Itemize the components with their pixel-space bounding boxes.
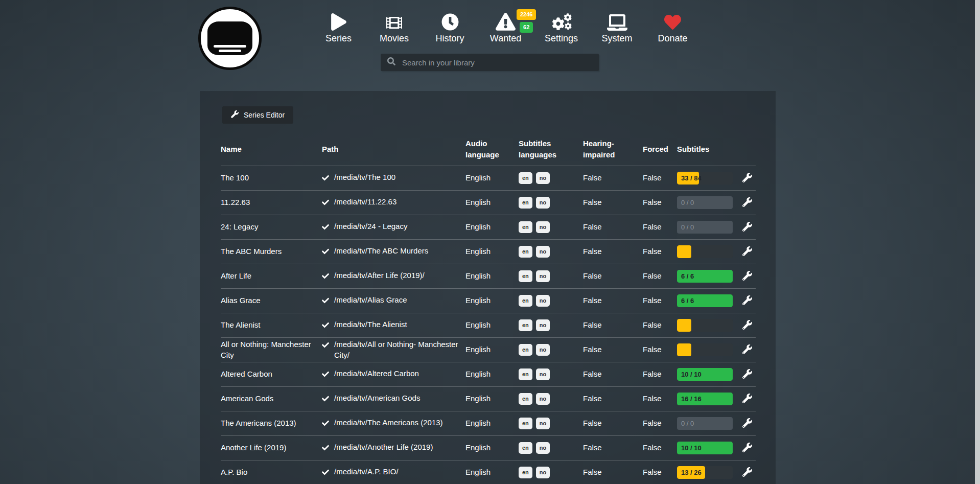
path-text: /media/tv/All or Nothing- Manchester Cit…	[334, 339, 461, 360]
edit-series-button[interactable]	[741, 368, 753, 381]
path-exists-check-icon	[322, 272, 329, 282]
series-path: /media/tv/Alias Grace	[322, 295, 461, 307]
edit-series-button[interactable]	[741, 343, 753, 357]
language-badge-en: en	[519, 418, 532, 429]
series-row: All or Nothing: Manchester City/media/tv…	[221, 337, 756, 362]
nav-label-series: Series	[325, 33, 352, 44]
audio-language: English	[465, 344, 515, 355]
nav-item-series[interactable]: Series	[311, 8, 366, 44]
table-header-row: NamePathAudio languageSubtitles language…	[221, 133, 756, 166]
subtitles-progress-bar	[677, 343, 733, 356]
series-path: /media/tv/The 100	[322, 172, 461, 184]
content-panel: Series Editor NamePathAudio languageSubt…	[200, 91, 776, 484]
column-header-name: Name	[221, 144, 318, 155]
page-scrollbar[interactable]	[975, 0, 980, 484]
subtitles-progress-cell: 13 / 26	[677, 466, 733, 479]
hearing-impaired-value: False	[583, 369, 639, 379]
hearing-impaired-value: False	[583, 173, 639, 183]
nav-item-system[interactable]: System	[589, 8, 645, 44]
hearing-impaired-value: False	[583, 467, 639, 477]
wrench-icon	[231, 110, 239, 120]
nav-item-settings[interactable]: Settings	[533, 8, 589, 44]
forced-value: False	[643, 197, 673, 208]
series-name: The Americans (2013)	[221, 418, 318, 428]
nav-item-history[interactable]: History	[422, 8, 478, 44]
audio-language: English	[465, 197, 515, 208]
edit-series-button[interactable]	[741, 245, 753, 259]
row-actions	[737, 343, 756, 357]
edit-series-button[interactable]	[741, 172, 753, 185]
series-name: 24: Legacy	[221, 222, 318, 232]
language-badge-en: en	[519, 319, 532, 331]
series-table: NamePathAudio languageSubtitles language…	[221, 133, 756, 484]
row-actions	[737, 196, 756, 210]
forced-value: False	[643, 443, 673, 453]
hearing-impaired-value: False	[583, 394, 639, 404]
hearing-impaired-value: False	[583, 443, 639, 453]
subtitles-progress-bar: 0 / 0	[677, 196, 733, 209]
series-editor-label: Series Editor	[244, 111, 285, 119]
path-text: /media/tv/American Gods	[334, 393, 420, 403]
language-badge-no: no	[536, 393, 550, 405]
series-editor-button[interactable]: Series Editor	[222, 106, 293, 124]
hearing-impaired-value: False	[583, 271, 639, 281]
edit-series-button[interactable]	[741, 442, 753, 455]
series-row: American Gods/media/tv/American GodsEngl…	[221, 386, 756, 411]
language-badge-en: en	[519, 393, 532, 405]
series-row: 24: Legacy/media/tv/24 - LegacyEnglishen…	[221, 215, 756, 239]
forced-value: False	[643, 271, 673, 281]
language-badge-no: no	[536, 295, 550, 307]
film-icon	[385, 8, 404, 31]
logo-subtitle-line	[219, 50, 241, 52]
series-name: The Alienist	[221, 320, 318, 330]
bazarr-logo[interactable]	[198, 7, 262, 70]
subtitles-progress-bar	[677, 319, 733, 332]
search-input[interactable]	[401, 58, 592, 67]
row-actions	[737, 393, 756, 406]
wrench-icon	[742, 418, 752, 429]
nav-item-donate[interactable]: Donate	[645, 8, 701, 44]
edit-series-button[interactable]	[741, 466, 753, 479]
path-exists-check-icon	[322, 419, 329, 429]
edit-series-button[interactable]	[741, 221, 753, 234]
subtitles-progress-bar: 10 / 10	[677, 442, 733, 454]
row-actions	[737, 417, 756, 430]
wrench-icon	[742, 320, 752, 331]
series-name: A.P. Bio	[221, 467, 318, 477]
language-badge-en: en	[519, 442, 532, 454]
row-actions	[737, 319, 756, 332]
clock-icon	[441, 8, 459, 31]
subtitles-progress-cell	[677, 319, 733, 332]
subtitles-progress-bar: 10 / 10	[677, 368, 733, 381]
nav-item-wanted[interactable]: Wanted224662	[478, 8, 533, 44]
series-path: /media/tv/Another Life (2019)	[322, 442, 461, 454]
forced-value: False	[643, 222, 673, 232]
subtitles-languages: enno	[519, 221, 579, 233]
edit-series-button[interactable]	[741, 196, 753, 210]
audio-language: English	[465, 271, 515, 281]
subtitles-progress-cell	[677, 343, 733, 356]
series-name: Altered Carbon	[221, 369, 318, 379]
nav-item-movies[interactable]: Movies	[366, 8, 422, 44]
language-badge-en: en	[519, 221, 532, 233]
hearing-impaired-value: False	[583, 344, 639, 355]
subtitles-progress-bar: 6 / 6	[677, 294, 733, 307]
wrench-icon	[742, 173, 752, 184]
forced-value: False	[643, 467, 673, 477]
audio-language: English	[465, 418, 515, 428]
edit-series-button[interactable]	[741, 294, 753, 308]
logo-subtitle-line	[214, 45, 246, 48]
edit-series-button[interactable]	[741, 270, 753, 283]
column-header-audio-language: Audio language	[465, 138, 515, 160]
table-body: The 100/media/tv/The 100EnglishennoFalse…	[221, 166, 756, 484]
column-header-forced: Forced	[643, 144, 673, 155]
edit-series-button[interactable]	[741, 393, 753, 406]
gears-icon	[550, 8, 572, 31]
series-path: /media/tv/All or Nothing- Manchester Cit…	[322, 339, 461, 360]
language-badge-no: no	[536, 368, 550, 380]
forced-value: False	[643, 369, 673, 379]
edit-series-button[interactable]	[741, 417, 753, 430]
path-text: /media/tv/11.22.63	[334, 197, 396, 207]
subtitles-progress-cell: 33 / 84	[677, 172, 733, 185]
edit-series-button[interactable]	[741, 319, 753, 332]
